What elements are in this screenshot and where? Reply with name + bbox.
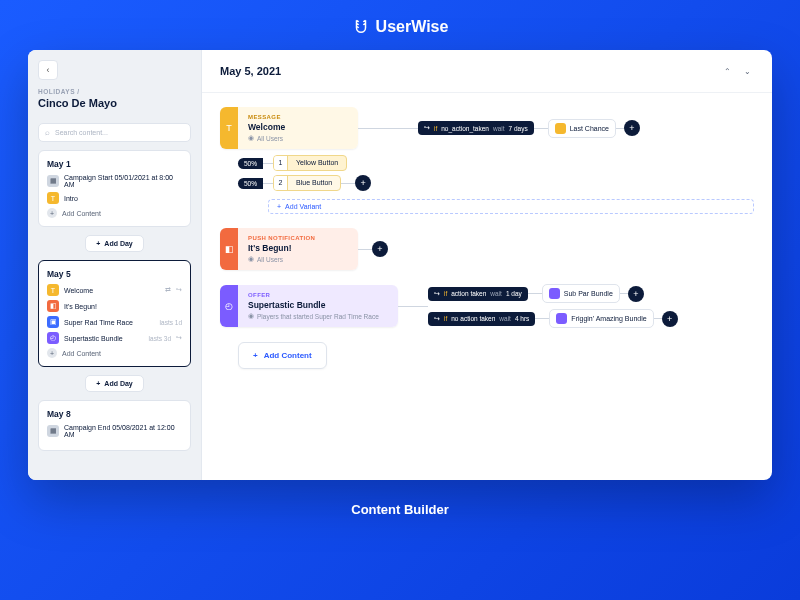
push-icon: ◧ — [47, 300, 59, 312]
offer-icon: ◴ — [220, 285, 238, 327]
message-icon: T — [220, 107, 238, 149]
calendar-icon: ▦ — [47, 425, 59, 437]
message-card[interactable]: T MESSAGE Welcome ◉All Users — [220, 107, 358, 149]
flow-push: ◧ PUSH NOTIFICATION It's Begun! ◉All Use… — [220, 228, 754, 270]
message-icon: T — [47, 192, 59, 204]
breadcrumb: HOLIDAYS / — [38, 88, 191, 95]
message-icon — [555, 123, 566, 134]
list-item[interactable]: ◴Supertastic Bundlelasts 3d↪ — [47, 332, 182, 344]
add-content-button[interactable]: +Add Content — [47, 348, 182, 358]
add-day-button[interactable]: +Add Day — [85, 235, 144, 252]
list-item[interactable]: ◧It's Begun! — [47, 300, 182, 312]
flow-offer: ◴ OFFER Supertastic Bundle ◉Players that… — [220, 284, 754, 328]
day-title: May 8 — [47, 409, 182, 419]
branch-icon: ↪ — [434, 290, 440, 298]
search-input[interactable] — [55, 129, 184, 136]
offer-card[interactable]: ◴ OFFER Supertastic Bundle ◉Players that… — [220, 285, 398, 327]
arrow-icon: ↪ — [176, 334, 182, 342]
next-card[interactable]: Last Chance — [548, 119, 616, 138]
list-item[interactable]: TIntro — [47, 192, 182, 204]
add-content-button[interactable]: + Add Content — [238, 342, 327, 369]
users-icon: ◉ — [248, 255, 254, 263]
next-card[interactable]: Sub Par Bundle — [542, 284, 620, 303]
add-node-button[interactable]: + — [355, 175, 371, 191]
branch-icon: ↪ — [424, 124, 430, 132]
next-card[interactable]: Friggin' Amazing Bundle — [549, 309, 653, 328]
offer-icon: ◴ — [47, 332, 59, 344]
calendar-icon: ▦ — [47, 175, 59, 187]
footer-label: Content Builder — [351, 502, 449, 517]
next-day-button[interactable]: ⌄ — [740, 64, 754, 78]
offer-icon — [549, 288, 560, 299]
day-card-may1[interactable]: May 1 ▦Campaign Start 05/01/2021 at 8:00… — [38, 150, 191, 227]
brand-logo: UserWise — [352, 18, 449, 36]
brand-text: UserWise — [376, 18, 449, 36]
campaign-title: Cinco De Mayo — [38, 97, 191, 109]
list-item[interactable]: ▦Campaign End 05/08/2021 at 12:00 AM — [47, 424, 182, 438]
app-window: ‹ HOLIDAYS / Cinco De Mayo ⌕ May 1 ▦Camp… — [28, 50, 772, 480]
add-variant-button[interactable]: +Add Variant — [268, 199, 754, 214]
search-icon: ⌕ — [45, 128, 50, 137]
event-icon: ▣ — [47, 316, 59, 328]
add-node-button[interactable]: + — [628, 286, 644, 302]
list-item[interactable]: TWelcome⇄↪ — [47, 284, 182, 296]
users-icon: ◉ — [248, 312, 254, 320]
day-title: May 1 — [47, 159, 182, 169]
sidebar: ‹ HOLIDAYS / Cinco De Mayo ⌕ May 1 ▦Camp… — [28, 50, 202, 480]
arrow-icon: ↪ — [176, 286, 182, 294]
prev-day-button[interactable]: ⌃ — [720, 64, 734, 78]
main-header: May 5, 2021 ⌃ ⌄ — [202, 50, 772, 93]
offer-icon — [556, 313, 567, 324]
add-node-button[interactable]: + — [662, 311, 678, 327]
variants-list: 50% 1Yellow Button 50% 2Blue Button + +A… — [238, 155, 754, 214]
message-icon: T — [47, 284, 59, 296]
plus-icon: + — [253, 351, 258, 360]
day-title: May 5 — [47, 269, 182, 279]
add-content-button[interactable]: +Add Content — [47, 208, 182, 218]
list-item[interactable]: ▣Super Rad Time Racelasts 1d — [47, 316, 182, 328]
condition-node[interactable]: ↪ifaction takenwait1 day — [428, 287, 528, 301]
main-panel: May 5, 2021 ⌃ ⌄ T MESSAGE Welcome — [202, 50, 772, 480]
day-card-may5[interactable]: May 5 TWelcome⇄↪ ◧It's Begun! ▣Super Rad… — [38, 260, 191, 367]
branch-icon: ↪ — [434, 315, 440, 323]
variant-row[interactable]: 50% 1Yellow Button — [238, 155, 754, 171]
condition-node[interactable]: ↪ifno action takenwait4 hrs — [428, 312, 535, 326]
list-item[interactable]: ▦Campaign Start 05/01/2021 at 8:00 AM — [47, 174, 182, 188]
page-title: May 5, 2021 — [220, 65, 281, 77]
day-card-may8[interactable]: May 8 ▦Campaign End 05/08/2021 at 12:00 … — [38, 400, 191, 451]
back-button[interactable]: ‹ — [38, 60, 58, 80]
variant-row[interactable]: 50% 2Blue Button + — [238, 175, 754, 191]
share-icon: ⇄ — [165, 286, 171, 294]
push-icon: ◧ — [220, 228, 238, 270]
search-input-wrap[interactable]: ⌕ — [38, 123, 191, 142]
push-card[interactable]: ◧ PUSH NOTIFICATION It's Begun! ◉All Use… — [220, 228, 358, 270]
add-node-button[interactable]: + — [624, 120, 640, 136]
flow-canvas: T MESSAGE Welcome ◉All Users ↪ifno_actio… — [202, 93, 772, 480]
flow-message: T MESSAGE Welcome ◉All Users ↪ifno_actio… — [220, 107, 754, 214]
add-node-button[interactable]: + — [372, 241, 388, 257]
users-icon: ◉ — [248, 134, 254, 142]
condition-node[interactable]: ↪ifno_action_takenwait7 days — [418, 121, 534, 135]
add-day-button[interactable]: +Add Day — [85, 375, 144, 392]
